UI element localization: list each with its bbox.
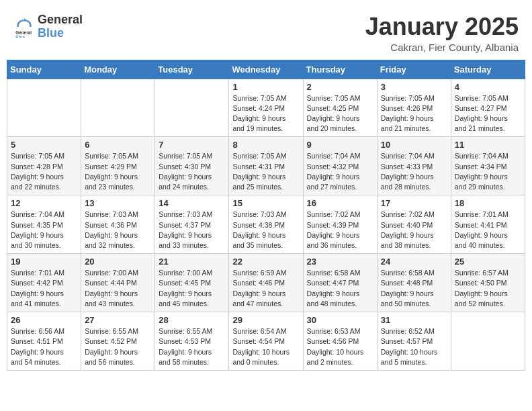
day-info: Sunrise: 6:56 AMSunset: 4:51 PMDaylight:… — [11, 326, 77, 367]
calendar-cell: 24Sunrise: 6:58 AMSunset: 4:48 PMDayligh… — [377, 254, 451, 312]
calendar-week-row: 26Sunrise: 6:56 AMSunset: 4:51 PMDayligh… — [7, 312, 525, 371]
day-number: 16 — [307, 198, 373, 208]
calendar-cell: 17Sunrise: 7:02 AMSunset: 4:40 PMDayligh… — [377, 195, 451, 254]
calendar-cell: 20Sunrise: 7:00 AMSunset: 4:44 PMDayligh… — [81, 254, 155, 312]
day-number: 5 — [11, 140, 77, 150]
calendar-cell — [155, 79, 229, 137]
day-number: 30 — [307, 315, 373, 325]
calendar-week-row: 1Sunrise: 7:05 AMSunset: 4:24 PMDaylight… — [7, 79, 525, 137]
page-header: General Blue General Blue January 2025 C… — [7, 7, 525, 57]
calendar-table: SundayMondayTuesdayWednesdayThursdayFrid… — [7, 60, 525, 371]
weekday-header: Tuesday — [155, 60, 229, 79]
calendar-cell: 7Sunrise: 7:05 AMSunset: 4:30 PMDaylight… — [155, 137, 229, 195]
day-info: Sunrise: 7:05 AMSunset: 4:31 PMDaylight:… — [232, 151, 299, 192]
day-number: 6 — [85, 140, 151, 150]
calendar-cell: 21Sunrise: 7:00 AMSunset: 4:45 PMDayligh… — [155, 254, 229, 312]
day-number: 26 — [11, 315, 77, 325]
day-info: Sunrise: 6:58 AMSunset: 4:47 PMDaylight:… — [307, 268, 373, 309]
day-info: Sunrise: 7:02 AMSunset: 4:40 PMDaylight:… — [381, 210, 447, 250]
logo-icon: General Blue — [13, 16, 35, 38]
day-number: 14 — [159, 198, 225, 208]
calendar-cell: 10Sunrise: 7:04 AMSunset: 4:33 PMDayligh… — [377, 137, 451, 195]
day-number: 7 — [159, 140, 225, 150]
calendar-cell: 2Sunrise: 7:05 AMSunset: 4:25 PMDaylight… — [303, 79, 377, 137]
logo-blue: Blue — [38, 26, 64, 40]
day-number: 15 — [232, 198, 299, 208]
day-number: 10 — [381, 140, 447, 150]
calendar-cell: 16Sunrise: 7:02 AMSunset: 4:39 PMDayligh… — [303, 195, 377, 254]
calendar-cell: 9Sunrise: 7:04 AMSunset: 4:32 PMDaylight… — [303, 137, 377, 195]
calendar-cell — [81, 79, 155, 137]
day-info: Sunrise: 7:05 AMSunset: 4:28 PMDaylight:… — [11, 151, 77, 192]
page-container: General Blue General Blue January 2025 C… — [7, 7, 525, 371]
day-info: Sunrise: 7:02 AMSunset: 4:39 PMDaylight:… — [307, 210, 373, 250]
day-number: 3 — [381, 82, 447, 92]
day-info: Sunrise: 6:58 AMSunset: 4:48 PMDaylight:… — [381, 268, 447, 309]
calendar-cell: 28Sunrise: 6:55 AMSunset: 4:53 PMDayligh… — [155, 312, 229, 371]
weekday-row: SundayMondayTuesdayWednesdayThursdayFrid… — [7, 60, 525, 79]
day-info: Sunrise: 7:03 AMSunset: 4:36 PMDaylight:… — [85, 210, 151, 250]
day-info: Sunrise: 6:53 AMSunset: 4:56 PMDaylight:… — [307, 326, 373, 367]
calendar-cell: 18Sunrise: 7:01 AMSunset: 4:41 PMDayligh… — [451, 195, 525, 254]
calendar-cell: 4Sunrise: 7:05 AMSunset: 4:27 PMDaylight… — [451, 79, 525, 137]
day-number: 11 — [455, 140, 521, 150]
day-number: 12 — [11, 198, 77, 208]
calendar-cell — [7, 79, 81, 137]
calendar-cell: 29Sunrise: 6:54 AMSunset: 4:54 PMDayligh… — [229, 312, 303, 371]
location-title: Cakran, Fier County, Albania — [365, 42, 519, 53]
calendar-body: 1Sunrise: 7:05 AMSunset: 4:24 PMDaylight… — [7, 79, 525, 370]
calendar-cell: 5Sunrise: 7:05 AMSunset: 4:28 PMDaylight… — [7, 137, 81, 195]
day-info: Sunrise: 7:01 AMSunset: 4:42 PMDaylight:… — [11, 268, 77, 309]
day-number: 21 — [159, 257, 225, 267]
logo-text: General Blue — [38, 13, 83, 40]
day-number: 18 — [455, 198, 521, 208]
calendar-cell: 3Sunrise: 7:05 AMSunset: 4:26 PMDaylight… — [377, 79, 451, 137]
weekday-header: Monday — [81, 60, 155, 79]
day-info: Sunrise: 6:52 AMSunset: 4:57 PMDaylight:… — [381, 326, 447, 367]
calendar-week-row: 12Sunrise: 7:04 AMSunset: 4:35 PMDayligh… — [7, 195, 525, 254]
day-info: Sunrise: 7:01 AMSunset: 4:41 PMDaylight:… — [455, 210, 521, 250]
calendar-cell: 14Sunrise: 7:03 AMSunset: 4:37 PMDayligh… — [155, 195, 229, 254]
day-number: 25 — [455, 257, 521, 267]
day-number: 2 — [307, 82, 373, 92]
weekday-header: Saturday — [451, 60, 525, 79]
day-number: 27 — [85, 315, 151, 325]
calendar-cell: 30Sunrise: 6:53 AMSunset: 4:56 PMDayligh… — [303, 312, 377, 371]
day-number: 1 — [232, 82, 299, 92]
day-info: Sunrise: 6:59 AMSunset: 4:46 PMDaylight:… — [232, 268, 299, 309]
day-info: Sunrise: 7:04 AMSunset: 4:35 PMDaylight:… — [11, 210, 77, 250]
day-info: Sunrise: 7:03 AMSunset: 4:37 PMDaylight:… — [159, 210, 225, 250]
calendar-cell: 19Sunrise: 7:01 AMSunset: 4:42 PMDayligh… — [7, 254, 81, 312]
calendar-cell: 27Sunrise: 6:55 AMSunset: 4:52 PMDayligh… — [81, 312, 155, 371]
calendar-cell: 15Sunrise: 7:03 AMSunset: 4:38 PMDayligh… — [229, 195, 303, 254]
month-title: January 2025 — [365, 13, 519, 40]
day-info: Sunrise: 7:05 AMSunset: 4:29 PMDaylight:… — [85, 151, 151, 192]
calendar-week-row: 19Sunrise: 7:01 AMSunset: 4:42 PMDayligh… — [7, 254, 525, 312]
day-info: Sunrise: 7:04 AMSunset: 4:33 PMDaylight:… — [381, 151, 447, 192]
day-number: 29 — [232, 315, 299, 325]
day-number: 8 — [232, 140, 299, 150]
day-info: Sunrise: 6:55 AMSunset: 4:52 PMDaylight:… — [85, 326, 151, 367]
calendar-cell: 31Sunrise: 6:52 AMSunset: 4:57 PMDayligh… — [377, 312, 451, 371]
weekday-header: Wednesday — [229, 60, 303, 79]
logo: General Blue General Blue — [13, 13, 83, 40]
day-number: 28 — [159, 315, 225, 325]
calendar-cell: 13Sunrise: 7:03 AMSunset: 4:36 PMDayligh… — [81, 195, 155, 254]
day-info: Sunrise: 7:05 AMSunset: 4:27 PMDaylight:… — [455, 93, 521, 134]
day-info: Sunrise: 7:03 AMSunset: 4:38 PMDaylight:… — [232, 210, 299, 250]
weekday-header: Sunday — [7, 60, 81, 79]
calendar-cell: 8Sunrise: 7:05 AMSunset: 4:31 PMDaylight… — [229, 137, 303, 195]
day-info: Sunrise: 6:54 AMSunset: 4:54 PMDaylight:… — [232, 326, 299, 367]
svg-text:Blue: Blue — [15, 34, 25, 37]
day-number: 20 — [85, 257, 151, 267]
day-info: Sunrise: 7:05 AMSunset: 4:25 PMDaylight:… — [307, 93, 373, 134]
day-info: Sunrise: 7:05 AMSunset: 4:26 PMDaylight:… — [381, 93, 447, 134]
day-info: Sunrise: 6:55 AMSunset: 4:53 PMDaylight:… — [159, 326, 225, 367]
day-number: 19 — [11, 257, 77, 267]
weekday-header: Thursday — [303, 60, 377, 79]
title-block: January 2025 Cakran, Fier County, Albani… — [365, 13, 519, 53]
day-info: Sunrise: 7:05 AMSunset: 4:30 PMDaylight:… — [159, 151, 225, 192]
day-number: 17 — [381, 198, 447, 208]
day-number: 4 — [455, 82, 521, 92]
calendar-cell: 25Sunrise: 6:57 AMSunset: 4:50 PMDayligh… — [451, 254, 525, 312]
